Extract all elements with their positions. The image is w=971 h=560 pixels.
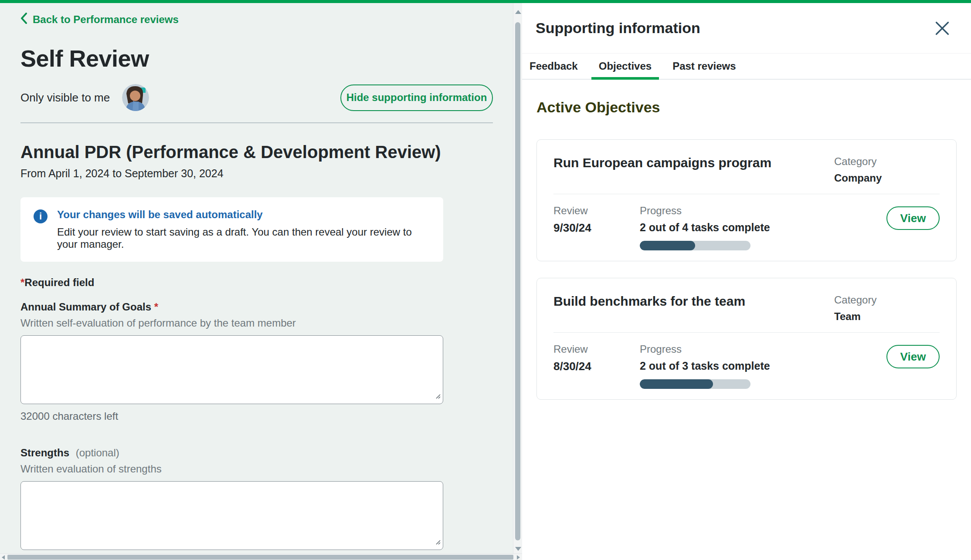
progress-label: Progress — [640, 343, 886, 355]
annual-summary-chars-left: 32000 characters left — [20, 410, 493, 422]
top-accent-bar — [0, 0, 971, 3]
category-label: Category — [834, 294, 940, 306]
supporting-information-panel: Supporting information Feedback Objectiv… — [522, 3, 971, 560]
scroll-up-arrow-icon[interactable] — [515, 10, 521, 14]
strengths-helper: Written evaluation of strengths — [20, 463, 493, 475]
review-date: 9/30/24 — [553, 221, 640, 235]
progress-bar — [640, 241, 750, 250]
required-asterisk: * — [154, 301, 158, 313]
review-period: From April 1, 2024 to September 30, 2024 — [20, 167, 493, 180]
objective-category: Category Company — [834, 155, 940, 184]
annual-summary-textarea-wrap — [20, 335, 443, 404]
hide-supporting-information-button[interactable]: Hide supporting information — [340, 84, 493, 111]
strengths-textarea[interactable] — [20, 481, 443, 550]
progress-bar — [640, 379, 750, 389]
category-label: Category — [834, 155, 940, 168]
review-meta-row: Only visible to me Hide — [20, 84, 493, 111]
annual-summary-textarea[interactable] — [20, 335, 443, 404]
card-divider — [553, 332, 940, 333]
supporting-information-header: Supporting information — [522, 3, 971, 54]
required-asterisk: * — [20, 277, 24, 288]
scroll-left-arrow-icon[interactable] — [2, 555, 5, 560]
objective-title: Build benchmarks for the team — [553, 294, 824, 323]
page-title: Self Review — [20, 45, 493, 72]
annual-summary-label: Annual Summary of Goals * — [20, 301, 493, 313]
tab-feedback[interactable]: Feedback — [522, 54, 585, 79]
annual-summary-helper: Written self-evaluation of performance b… — [20, 317, 493, 329]
info-icon: i — [34, 209, 48, 223]
scroll-right-arrow-icon[interactable] — [517, 555, 520, 560]
chevron-left-icon — [20, 13, 27, 27]
horizontal-scrollbar[interactable] — [0, 553, 522, 560]
back-to-performance-reviews-link[interactable]: Back to Performance reviews — [20, 13, 179, 27]
vertical-scrollbar[interactable] — [513, 3, 522, 553]
active-objectives-heading: Active Objectives — [536, 99, 957, 116]
visibility-note: Only visible to me — [20, 91, 110, 105]
objective-title: Run European campaigns program — [553, 155, 824, 184]
card-divider — [553, 194, 940, 194]
strengths-textarea-wrap — [20, 481, 443, 550]
view-objective-button[interactable]: View — [886, 206, 940, 230]
objective-card-bottom: Review 8/30/24 Progress 2 out of 3 tasks… — [553, 343, 940, 389]
progress-column: Progress 2 out of 3 tasks complete — [640, 343, 886, 389]
review-cycle-title: Annual PDR (Performance & Development Re… — [20, 142, 493, 162]
review-label: Review — [553, 205, 640, 217]
autosave-banner-title: Your changes will be saved automatically — [57, 209, 430, 221]
back-link-label: Back to Performance reviews — [33, 13, 179, 26]
vertical-scrollbar-thumb[interactable] — [515, 22, 520, 540]
required-field-note: *Required field — [20, 277, 493, 289]
objective-category: Category Team — [834, 294, 940, 323]
category-value: Team — [834, 310, 940, 323]
autosave-banner-body: Edit your review to start saving as a dr… — [57, 226, 430, 250]
header-divider — [20, 122, 493, 123]
supporting-information-tabs: Feedback Objectives Past reviews — [522, 54, 971, 80]
objective-card: Run European campaigns program Category … — [536, 139, 957, 261]
objective-card: Build benchmarks for the team Category T… — [536, 278, 957, 400]
annual-summary-field: Annual Summary of Goals * Written self-e… — [20, 301, 493, 422]
progress-text: 2 out of 4 tasks complete — [640, 221, 886, 234]
autosave-banner-text: Your changes will be saved automatically… — [57, 209, 430, 250]
review-date: 8/30/24 — [553, 360, 640, 373]
category-value: Company — [834, 172, 940, 184]
tab-objectives[interactable]: Objectives — [591, 54, 659, 79]
optional-suffix: (optional) — [76, 447, 119, 459]
progress-label: Progress — [640, 205, 886, 217]
supporting-information-title: Supporting information — [536, 20, 700, 37]
objective-card-top: Run European campaigns program Category … — [553, 155, 940, 184]
progress-text: 2 out of 3 tasks complete — [640, 360, 886, 372]
avatar — [122, 84, 149, 111]
scroll-down-arrow-icon[interactable] — [515, 547, 521, 551]
objective-card-top: Build benchmarks for the team Category T… — [553, 294, 940, 323]
page: Back to Performance reviews Self Review … — [0, 0, 971, 560]
close-button[interactable] — [934, 20, 950, 36]
progress-bar-fill — [640, 379, 713, 389]
close-icon — [934, 31, 950, 37]
strengths-label: Strengths (optional) — [20, 447, 493, 459]
objectives-tab-content: Active Objectives Run European campaigns… — [522, 99, 971, 400]
review-column: Review 8/30/24 — [553, 343, 640, 373]
self-review-content: Back to Performance reviews Self Review … — [20, 3, 493, 560]
review-column: Review 9/30/24 — [553, 205, 640, 235]
progress-column: Progress 2 out of 4 tasks complete — [640, 205, 886, 250]
objective-card-bottom: Review 9/30/24 Progress 2 out of 4 tasks… — [553, 205, 940, 250]
review-label: Review — [553, 343, 640, 355]
progress-bar-fill — [640, 241, 695, 250]
horizontal-scrollbar-thumb[interactable] — [7, 555, 513, 560]
self-review-panel: Back to Performance reviews Self Review … — [0, 0, 522, 560]
tab-past-reviews[interactable]: Past reviews — [665, 54, 743, 79]
autosave-banner: i Your changes will be saved automatical… — [20, 197, 443, 262]
view-objective-button[interactable]: View — [886, 345, 940, 368]
strengths-field: Strengths (optional) Written evaluation … — [20, 447, 493, 560]
